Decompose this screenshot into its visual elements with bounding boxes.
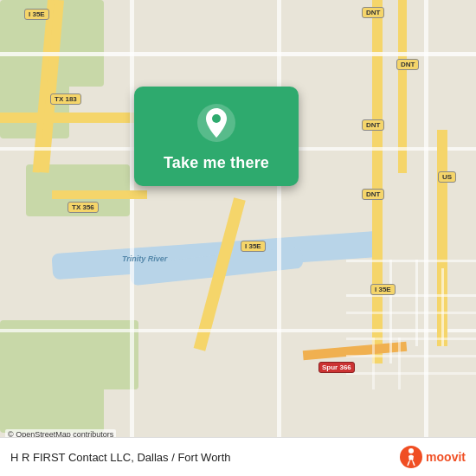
svg-point-3	[408, 448, 414, 453]
grid-road-4	[346, 338, 476, 340]
us-badge: US	[438, 171, 456, 183]
spur366-badge: Spur 366	[318, 362, 355, 373]
grid-road-v1	[389, 260, 392, 363]
tx356-road	[52, 190, 147, 199]
i35e-badge-3: I 35E	[370, 284, 396, 295]
road-h1	[0, 52, 476, 56]
road-h3	[0, 329, 476, 332]
popup-card: Take me there	[134, 87, 299, 186]
grid-road-v4	[372, 338, 375, 389]
i35e-badge-1: I 35E	[24, 9, 49, 20]
dnt-badge-4: DNT	[362, 189, 384, 200]
green-area	[0, 381, 104, 433]
dnt-badge-1: DNT	[362, 7, 384, 18]
road-v1	[130, 0, 134, 476]
grid-road-v3	[441, 268, 444, 346]
i35e-badge-2: I 35E	[241, 241, 266, 252]
take-me-there-button[interactable]: Take me there	[164, 154, 269, 172]
trinity-river-label: Trinity River	[119, 254, 170, 264]
road-v3	[424, 0, 428, 476]
dnt-badge-2: DNT	[396, 59, 419, 70]
grid-road-5	[346, 355, 476, 357]
grid-road-v5	[398, 338, 401, 389]
place-name: H R FIRST Contact LLC, Dallas / Fort Wor…	[10, 451, 231, 464]
tx183-badge: TX 183	[50, 93, 81, 105]
map-container: I 35E DNT DNT DNT DNT TX 183 I 35E TX 35…	[0, 0, 476, 476]
tx356-badge: TX 356	[68, 202, 99, 213]
location-icon-wrap	[194, 100, 239, 145]
bottom-bar: H R FIRST Contact LLC, Dallas / Fort Wor…	[0, 437, 476, 476]
grid-road-1	[346, 260, 476, 262]
grid-road-v2	[415, 260, 418, 346]
moovit-logo: moovit	[399, 445, 466, 469]
grid-road-3	[346, 312, 476, 314]
dnt-badge-3: DNT	[362, 119, 384, 131]
location-pin-icon	[196, 103, 236, 143]
road-v2	[277, 0, 281, 476]
grid-road-2	[346, 294, 476, 297]
svg-point-1	[212, 114, 221, 123]
moovit-icon	[399, 445, 423, 469]
grid-road-6	[346, 372, 476, 375]
moovit-text: moovit	[426, 450, 466, 464]
